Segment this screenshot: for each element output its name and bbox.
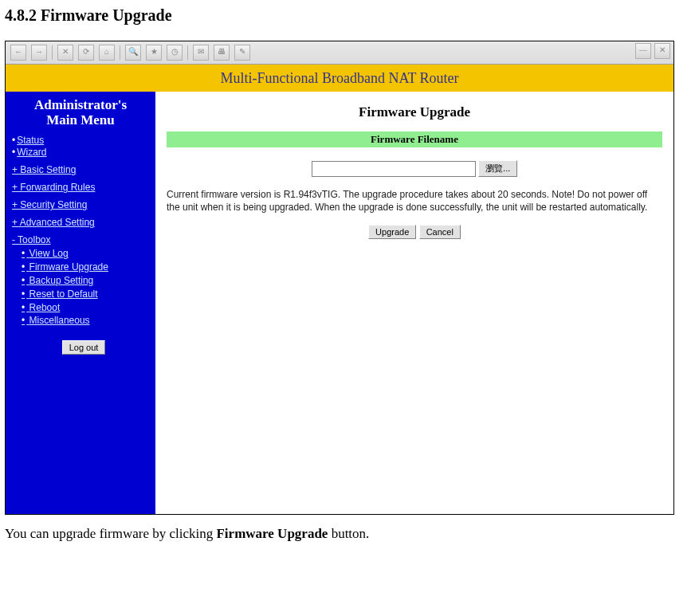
menu-advanced-setting[interactable]: + Advanced Setting (12, 217, 95, 228)
main-panel: Firmware Upgrade Firmware Filename 瀏覽...… (155, 92, 673, 514)
browse-button[interactable]: 瀏覽... (478, 160, 517, 177)
menu-wizard[interactable]: Wizard (17, 147, 46, 158)
toolbar-separator (52, 45, 53, 60)
bullet-icon: • (22, 315, 25, 326)
toolbar-separator (120, 45, 120, 60)
favorites-icon[interactable]: ★ (146, 45, 162, 61)
menu-forwarding-rules[interactable]: + Forwarding Rules (12, 182, 95, 193)
sidebar-title: Administrator's Main Menu (6, 95, 155, 134)
bullet-icon: • (22, 275, 25, 286)
bullet-icon: • (22, 302, 25, 313)
firmware-info-text: Current firmware version is R1.94f3vTIG.… (167, 188, 662, 214)
router-banner: Multi-Functional Broadband NAT Router (6, 65, 673, 92)
banner-title: Multi-Functional Broadband NAT Router (220, 70, 458, 87)
footer-bold: Firmware Upgrade (216, 526, 328, 541)
refresh-icon[interactable]: ⟳ (78, 45, 94, 61)
section-bar-firmware-filename: Firmware Filename (167, 131, 662, 147)
sidebar-title-line2: Main Menu (46, 112, 114, 128)
menu-security-setting[interactable]: + Security Setting (12, 199, 87, 210)
file-row: 瀏覽... (167, 160, 662, 177)
doc-section-heading: 4.8.2 Firmware Upgrade (0, 0, 695, 41)
forward-icon[interactable]: → (31, 45, 47, 61)
bullet-icon: • (22, 261, 25, 273)
bullet-icon: • (22, 248, 25, 259)
footer-post: button. (328, 526, 369, 541)
bullet-icon: • (12, 147, 15, 158)
cancel-button[interactable]: Cancel (419, 225, 461, 239)
menu-backup-setting[interactable]: Backup Setting (29, 274, 94, 288)
toolbar-separator (187, 45, 188, 60)
upgrade-button[interactable]: Upgrade (368, 225, 416, 239)
menu-miscellaneous[interactable]: Miscellaneous (29, 314, 90, 328)
menu-firmware-upgrade[interactable]: Firmware Upgrade (29, 261, 108, 274)
minimize-icon[interactable]: — (635, 43, 651, 59)
mail-icon[interactable]: ✉ (193, 45, 209, 61)
close-icon[interactable]: ✕ (654, 43, 670, 59)
menu-status[interactable]: Status (17, 135, 44, 146)
menu-reboot[interactable]: Reboot (29, 301, 61, 315)
sidebar: Administrator's Main Menu •Status •Wizar… (6, 92, 155, 514)
home-icon[interactable]: ⌂ (99, 45, 115, 61)
footer-pre: You can upgrade firmware by clicking (5, 526, 216, 541)
firmware-file-input[interactable] (312, 161, 476, 177)
body-area: Administrator's Main Menu •Status •Wizar… (6, 92, 673, 514)
router-admin-screenshot: ← → ✕ ⟳ ⌂ 🔍 ★ ◷ ✉ 🖶 ✎ — ✕ Multi-Function… (5, 41, 674, 515)
history-icon[interactable]: ◷ (167, 45, 183, 61)
page-title: Firmware Upgrade (167, 104, 662, 120)
back-icon[interactable]: ← (10, 45, 26, 61)
browser-toolbar: ← → ✕ ⟳ ⌂ 🔍 ★ ◷ ✉ 🖶 ✎ — ✕ (6, 41, 673, 65)
print-icon[interactable]: 🖶 (214, 45, 230, 61)
doc-footer-text: You can upgrade firmware by clicking Fir… (0, 526, 695, 551)
bullet-icon: • (22, 288, 25, 300)
sidebar-menu: •Status •Wizard + Basic Setting + Forwar… (6, 135, 155, 355)
stop-icon[interactable]: ✕ (57, 45, 73, 61)
logout-button[interactable]: Log out (62, 340, 106, 355)
edit-icon[interactable]: ✎ (234, 45, 250, 61)
menu-view-log[interactable]: View Log (29, 247, 69, 261)
menu-toolbox[interactable]: - Toolbox (12, 234, 50, 245)
search-icon[interactable]: 🔍 (125, 45, 141, 61)
menu-basic-setting[interactable]: + Basic Setting (12, 164, 76, 175)
bullet-icon: • (12, 135, 15, 146)
sidebar-title-line1: Administrator's (34, 97, 127, 112)
menu-reset-default[interactable]: Reset to Default (29, 288, 98, 301)
